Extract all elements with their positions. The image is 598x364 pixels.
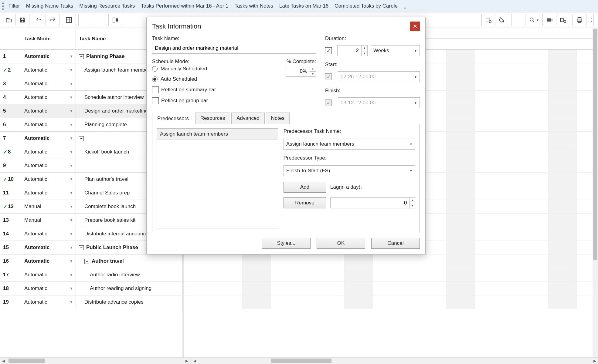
task-mode-cell[interactable]: Automatic▼ (21, 268, 76, 281)
task-mode-cell[interactable]: Automatic▼ (21, 241, 76, 254)
pct-complete-input[interactable] (286, 66, 310, 76)
task-name-cell[interactable]: Author radio interview (76, 268, 182, 281)
row-id[interactable]: 15 (0, 241, 21, 254)
pred-task-name-select[interactable]: Assign launch team members ▼ (284, 139, 415, 150)
row-id[interactable]: 11 (0, 186, 21, 200)
save-button[interactable] (16, 14, 29, 26)
filter-completed-by[interactable]: Completed Tasks by Carole (331, 1, 401, 11)
tab-notes[interactable]: Notes (266, 113, 290, 124)
undo-button[interactable] (32, 14, 46, 26)
collapse-toggle[interactable]: − (79, 54, 84, 59)
filter-date-range[interactable]: Tasks Performed within Mar 16 - Apr 1 (138, 1, 231, 11)
scroll-left-icon[interactable]: ◀ (0, 357, 7, 364)
task-mode-cell[interactable]: Automatic▼ (21, 173, 76, 186)
task-mode-cell[interactable]: Automatic▼ (21, 132, 76, 145)
row-id[interactable]: 2 (0, 63, 21, 77)
filter-notes[interactable]: Tasks with Notes (232, 1, 277, 11)
grid-button[interactable] (62, 14, 76, 26)
row-id[interactable]: 10 (0, 173, 21, 186)
lag-spinner[interactable]: ▲▼ (330, 197, 415, 208)
predecessor-list-item[interactable]: Assign launch team members (157, 129, 278, 140)
ok-button[interactable]: OK (317, 238, 365, 249)
task-mode-cell[interactable]: Automatic▼ (21, 118, 76, 131)
open-button[interactable] (2, 14, 15, 26)
remove-button[interactable]: Remove (284, 197, 326, 208)
duration-input[interactable] (338, 46, 361, 56)
cancel-button[interactable]: Cancel (371, 238, 420, 249)
row-id[interactable]: 6 (0, 118, 21, 131)
horizontal-scrollbar[interactable]: ◀ ▶ ◀ ▶ (0, 357, 598, 364)
filter-missing-name[interactable]: Missing Name Tasks (23, 1, 76, 11)
row-id[interactable]: 1 (0, 50, 21, 63)
row-id[interactable]: 13 (0, 214, 21, 227)
task-mode-cell[interactable]: Manual▼ (21, 200, 76, 213)
row-id[interactable]: 16 (0, 254, 21, 268)
collapse-toggle[interactable]: − (84, 259, 89, 264)
spin-up-icon[interactable]: ▲ (362, 46, 367, 51)
row-id[interactable]: 7 (0, 132, 21, 145)
task-mode-cell[interactable]: Manual▼ (21, 214, 76, 227)
row-id[interactable]: 17 (0, 268, 21, 281)
task-mode-cell[interactable]: Automatic▼ (21, 145, 76, 159)
scroll-left-icon[interactable]: ◀ (191, 357, 198, 364)
zoom-fit-button[interactable] (482, 14, 495, 26)
collapse-toggle[interactable]: − (79, 245, 84, 250)
task-mode-cell[interactable]: Automatic▼ (21, 91, 76, 104)
spin-down-icon[interactable]: ▼ (362, 51, 367, 56)
spin-up-icon[interactable]: ▲ (409, 198, 415, 203)
task-mode-cell[interactable]: Automatic▼ (21, 282, 76, 295)
row-id[interactable]: 9 (0, 159, 21, 172)
task-mode-cell[interactable]: Automatic▼ (21, 159, 76, 172)
scroll-right-icon[interactable]: ▶ (591, 357, 598, 364)
tab-advanced[interactable]: Advanced (231, 113, 265, 124)
row-id[interactable]: 12 (0, 200, 21, 213)
tab-resources[interactable]: Resources (195, 113, 230, 124)
task-mode-cell[interactable]: Automatic▼ (21, 295, 76, 309)
task-mode-cell[interactable]: Automatic▼ (21, 63, 76, 77)
spin-down-icon[interactable]: ▼ (310, 72, 316, 77)
task-name-cell[interactable]: Author reading and signing (76, 282, 182, 295)
task-mode-cell[interactable]: Automatic▼ (21, 77, 76, 90)
scrollbar-thumb[interactable] (593, 29, 597, 260)
collapse-toggle[interactable]: − (79, 136, 84, 141)
task-name-cell[interactable]: Distribute advance copies (76, 295, 182, 309)
task-mode-cell[interactable]: Automatic▼ (21, 227, 76, 241)
table-row[interactable]: 17Automatic▼Author radio interview (0, 268, 182, 282)
fill-button[interactable] (495, 14, 509, 26)
row-id[interactable]: 19 (0, 295, 21, 309)
close-button[interactable]: ✕ (410, 22, 420, 31)
row-id[interactable]: 4 (0, 91, 21, 104)
row-id[interactable]: 14 (0, 227, 21, 241)
filter-late[interactable]: Late Tasks on Mar 16 (276, 1, 331, 11)
spin-down-icon[interactable]: ▼ (409, 203, 415, 208)
task-mode-cell[interactable]: Automatic▼ (21, 186, 76, 200)
filter-overflow-icon[interactable]: „ (401, 5, 409, 8)
task-mode-cell[interactable]: Automatic▼ (21, 50, 76, 63)
add-button[interactable]: Add (284, 182, 326, 193)
column-task-mode[interactable]: Task Mode (21, 28, 76, 49)
cursor-button[interactable] (512, 14, 525, 26)
card-view-button[interactable] (109, 14, 122, 26)
row-id[interactable]: 8 (0, 145, 21, 159)
redo-button[interactable] (46, 14, 59, 26)
task-mode-cell[interactable]: Automatic▼ (21, 104, 76, 118)
table-row[interactable]: 16Automatic▼−Author travel (0, 254, 182, 268)
task-name-cell[interactable]: −Author travel (76, 254, 182, 268)
toolbar-overflow-button[interactable]: ⋮ (589, 14, 593, 26)
pct-complete-spinner[interactable]: ▲▼ (286, 66, 316, 77)
task-mode-cell[interactable]: Automatic▼ (21, 254, 76, 268)
scrollbar-thumb[interactable] (271, 359, 331, 363)
checkbox-reflect-group[interactable]: Reflect on group bar (152, 97, 280, 104)
checkbox-reflect-summary[interactable]: Reflect on summary bar (152, 86, 280, 93)
scrollbar-thumb[interactable] (8, 359, 45, 363)
move-up-button[interactable] (79, 14, 92, 26)
task-name-input[interactable] (152, 43, 316, 54)
styles-button[interactable]: Styles... (262, 238, 311, 249)
table-row[interactable]: 19Automatic▼Distribute advance copies (0, 295, 182, 309)
table-row[interactable]: 18Automatic▼Author reading and signing (0, 282, 182, 295)
radio-auto[interactable]: Auto Scheduled (152, 76, 280, 82)
duration-enable-checkbox[interactable] (325, 47, 332, 54)
filter-missing-resource[interactable]: Missing Resource Tasks (76, 1, 138, 11)
pred-type-select[interactable]: Finish-to-Start (FS) ▼ (284, 165, 415, 176)
scroll-right-icon[interactable]: ▶ (183, 357, 190, 364)
